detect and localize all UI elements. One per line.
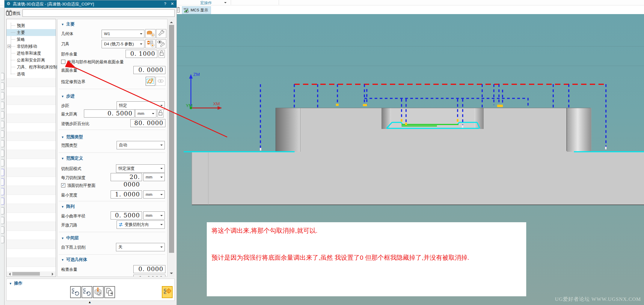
zm-axis-label: ZM bbox=[193, 72, 200, 77]
min-width-unit-combo[interactable]: mm bbox=[143, 190, 165, 199]
section-optional-geo-header[interactable]: ▼可选几何体 bbox=[61, 257, 87, 262]
dialog-collapse-strip[interactable]: ▲ bbox=[4, 301, 177, 305]
macro-caret-icon[interactable] bbox=[224, 2, 227, 4]
check-stock-label: 检查余量 bbox=[61, 267, 77, 272]
min-curvature-input[interactable]: 0. 5000 bbox=[111, 211, 142, 220]
tree-item-tolerance[interactable]: 公差和安全距离 bbox=[7, 57, 56, 64]
graphics-viewport[interactable]: ZM XM YM 将这个调出来,将那个勾取消掉,就可以. 预计是因为我强行将底面… bbox=[175, 14, 644, 305]
unlock-icon[interactable] bbox=[157, 109, 164, 118]
operation-dialog: ⚙ 高速铣-3D自适应 - [高速铣-3D自适应_COPY] ? ✕ 查找 预测… bbox=[4, 0, 177, 305]
vscroll-thumb[interactable] bbox=[169, 25, 174, 253]
same-floor-stock-checkbox[interactable] bbox=[61, 60, 65, 64]
top-flat-checkbox[interactable]: ✓ bbox=[61, 183, 65, 187]
floor-stock-input[interactable]: 0. 0000 bbox=[133, 66, 165, 74]
tool-display-button[interactable] bbox=[156, 39, 166, 48]
mcs-display-label: MCS 显示 bbox=[191, 8, 208, 12]
min-width-input[interactable]: 1. 0000 bbox=[111, 190, 142, 199]
tree-item-preview[interactable]: 预测 bbox=[7, 22, 56, 29]
tree-horizontal-scrollbar[interactable] bbox=[7, 271, 55, 276]
dialog-nav-tree: 预测 主要 策略 + 非切削移动 进给率和速度 公差和安全距离 刀具、程序和机床… bbox=[6, 19, 56, 277]
expand-plus-icon[interactable]: + bbox=[7, 45, 11, 48]
scroll-right-icon[interactable] bbox=[52, 273, 55, 276]
max-distance-input[interactable]: 0. 5000 bbox=[84, 109, 135, 118]
scroll-down-icon[interactable] bbox=[170, 273, 173, 276]
find-input[interactable] bbox=[22, 9, 175, 17]
tree-item-options[interactable]: 选项 bbox=[7, 70, 56, 77]
part-section bbox=[192, 108, 644, 205]
chevron-down-icon bbox=[160, 247, 163, 249]
swap-direction-icon bbox=[118, 222, 123, 230]
tree-item-strategy[interactable]: 策略 bbox=[7, 36, 56, 43]
section-pattern-header[interactable]: ▼阵列 bbox=[61, 204, 75, 209]
depth-unit-combo[interactable]: mm bbox=[143, 173, 165, 181]
regenerate-button[interactable] bbox=[82, 286, 92, 298]
new-tool-button[interactable] bbox=[145, 39, 156, 48]
range-type-label: 范围类型 bbox=[61, 143, 77, 148]
wcs-triad: ZM XM YM bbox=[186, 72, 222, 110]
docked-panel-edge bbox=[0, 7, 4, 305]
tool-combo[interactable]: D4 (铣刀-5 参数) bbox=[102, 40, 144, 48]
part-stock-label: 部件余量 bbox=[61, 52, 77, 57]
section-main-header[interactable]: ▼主要 bbox=[61, 22, 75, 27]
ym-axis-label: YM bbox=[186, 103, 193, 108]
part-stock-input[interactable]: 0. 1000 bbox=[126, 50, 157, 58]
mcs-display-button[interactable]: MCS MCS 显示 bbox=[182, 6, 211, 14]
dialog-scrollbar[interactable] bbox=[169, 19, 174, 277]
chevron-down-icon bbox=[160, 145, 163, 147]
gear-icon: ⚙ bbox=[7, 1, 10, 6]
cut-level-mode-label: 切削层模式 bbox=[61, 166, 82, 172]
macro-menu[interactable]: 宏操作 bbox=[200, 0, 212, 6]
display-trim-boundary-button[interactable] bbox=[156, 77, 165, 86]
scroll-up-icon[interactable] bbox=[170, 20, 173, 23]
max-distance-label: 最大距离 bbox=[61, 112, 77, 117]
dialog-title-bar[interactable]: ⚙ 高速铣-3D自适应 - [高速铣-3D自适应_COPY] ? ✕ bbox=[4, 0, 177, 8]
scroll-left-icon[interactable] bbox=[7, 273, 10, 276]
verify-toolpath-button[interactable] bbox=[93, 286, 104, 298]
step-combo[interactable]: 恒定 bbox=[117, 101, 165, 110]
tree-item-main[interactable]: 主要 bbox=[7, 29, 56, 36]
generate-toolpath-button[interactable] bbox=[70, 286, 81, 298]
close-button[interactable]: ✕ bbox=[169, 1, 175, 7]
edit-geometry-button[interactable] bbox=[156, 29, 166, 38]
open-path-combo[interactable]: 变换切削方向 bbox=[117, 220, 165, 229]
trim-boundary-label: 指定修剪边界 bbox=[61, 79, 85, 85]
tree-item-tool-program[interactable]: 刀具、程序和机床控制 bbox=[7, 64, 56, 70]
section-midlayer-header[interactable]: ▼中间层 bbox=[61, 235, 79, 241]
geometry-label: 几何体 bbox=[61, 31, 73, 37]
unlock-icon[interactable] bbox=[159, 50, 165, 58]
chevron-down-icon bbox=[160, 177, 163, 179]
parameter-pane: ▼主要 几何体 W1 刀具 D4 (铣刀-5 参数) 部件余量 0. 1000 bbox=[57, 19, 168, 277]
cut-level-mode-combo[interactable]: 恒定深度 bbox=[116, 164, 165, 173]
new-geometry-button[interactable] bbox=[145, 29, 156, 38]
depth-per-cut-input[interactable]: 20. 0000 bbox=[111, 173, 142, 181]
section-actions-header[interactable]: ▼操作 bbox=[9, 281, 22, 286]
section-stepover-header[interactable]: ▼步进 bbox=[61, 94, 75, 99]
collapse-arrow-icon[interactable]: ▲ bbox=[88, 300, 91, 304]
show-toolpath-button[interactable] bbox=[162, 286, 173, 298]
select-trim-boundary-button[interactable] bbox=[146, 77, 155, 86]
up-step-percent-input[interactable]: 80. 0000 bbox=[130, 119, 165, 127]
step-label: 步距 bbox=[61, 103, 69, 109]
section-range-def-header[interactable]: ▼范围定义 bbox=[61, 156, 83, 161]
chevron-down-icon bbox=[152, 113, 154, 115]
tree-item-feeds[interactable]: 进给率和速度 bbox=[7, 50, 56, 57]
tree-item-noncutting[interactable]: + 非切削移动 bbox=[7, 43, 56, 50]
max-distance-unit-combo[interactable]: mm bbox=[135, 109, 156, 118]
clipped-stock-input[interactable]: 0. 0000 bbox=[133, 275, 165, 277]
note-line-1: 将这个调出来,将那个勾取消掉,就可以. bbox=[212, 226, 318, 235]
up-step-percent-label: 逆铣步距百分比 bbox=[61, 121, 90, 127]
range-type-combo[interactable]: 自动 bbox=[117, 141, 165, 149]
help-button[interactable]: ? bbox=[162, 1, 168, 7]
find-label: 查找 bbox=[12, 11, 20, 16]
bottom-up-combo[interactable]: 关 bbox=[116, 243, 165, 251]
floor-stock-label: 底面余量 bbox=[61, 68, 77, 73]
check-stock-input[interactable]: 0. 0000 bbox=[133, 265, 165, 273]
hscroll-thumb[interactable] bbox=[12, 272, 40, 276]
min-curvature-unit-combo[interactable]: mm bbox=[143, 211, 165, 220]
list-toolpath-button[interactable] bbox=[104, 286, 115, 298]
section-range-type-header[interactable]: ▼范围类型 bbox=[61, 134, 83, 140]
chevron-down-icon bbox=[160, 224, 163, 226]
top-flat-label: 顶面切削平整面 bbox=[67, 183, 96, 188]
geometry-combo[interactable]: W1 bbox=[102, 30, 144, 38]
empty-list-rows bbox=[7, 78, 56, 267]
